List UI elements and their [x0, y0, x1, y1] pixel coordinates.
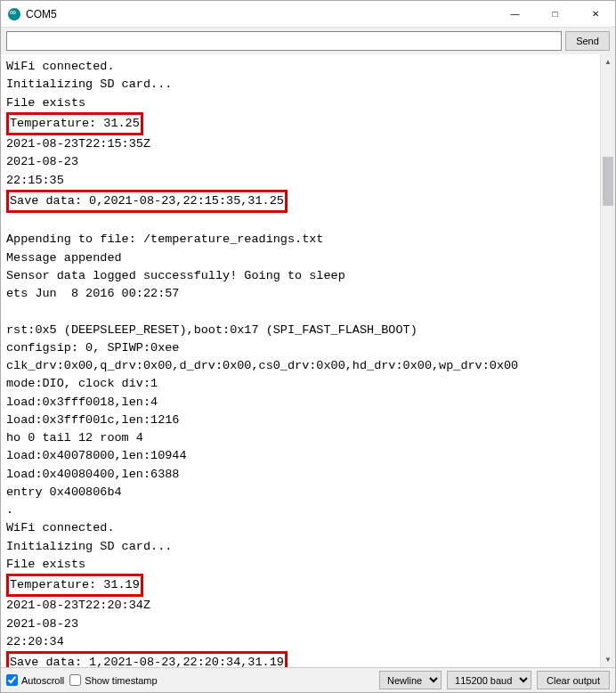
console-line: .	[6, 501, 610, 519]
console-line: 2021-08-23T22:20:34Z	[6, 597, 610, 615]
console-output: WiFi connected.Initializing SD card...Fi…	[1, 54, 615, 667]
highlighted-text: Save data: 0,2021-08-23,22:15:35,31.25	[6, 190, 288, 213]
footer-bar: Autoscroll Show timestamp Newline 115200…	[1, 667, 615, 692]
timestamp-checkbox[interactable]: Show timestamp	[69, 674, 157, 686]
console-area: WiFi connected.Initializing SD card...Fi…	[1, 54, 615, 667]
console-line: Temperature: 31.25	[6, 112, 610, 135]
console-line: load:0x40080400,len:6388	[6, 466, 610, 484]
line-ending-select[interactable]: Newline	[379, 671, 442, 689]
scroll-down-icon[interactable]: ▼	[601, 652, 615, 667]
console-line: entry 0x400806b4	[6, 484, 610, 501]
console-line: Sensor data logged successfully! Going t…	[6, 267, 610, 285]
baud-select[interactable]: 115200 baud	[447, 671, 531, 689]
command-input[interactable]	[6, 31, 562, 51]
scroll-up-icon[interactable]: ▲	[601, 54, 615, 69]
autoscroll-input[interactable]	[6, 674, 18, 686]
console-line: mode:DIO, clock div:1	[6, 375, 610, 393]
console-line: 2021-08-23	[6, 616, 610, 633]
console-line: Save data: 0,2021-08-23,22:15:35,31.25	[6, 190, 610, 213]
console-line: WiFi connected.	[6, 519, 610, 537]
console-line: File exists	[6, 556, 610, 574]
autoscroll-checkbox[interactable]: Autoscroll	[6, 674, 64, 686]
minimize-button[interactable]: —	[495, 1, 535, 27]
timestamp-input[interactable]	[69, 674, 81, 686]
window-controls: — □ ✕	[495, 1, 615, 27]
highlighted-text: Temperature: 31.19	[6, 574, 143, 597]
timestamp-label: Show timestamp	[85, 675, 157, 686]
console-line: ho 0 tail 12 room 4	[6, 429, 610, 447]
maximize-button[interactable]: □	[535, 1, 575, 27]
arduino-icon	[8, 8, 20, 20]
titlebar: COM5 — □ ✕	[1, 1, 615, 28]
window-title: COM5	[26, 8, 495, 20]
console-line: Message appended	[6, 249, 610, 267]
console-line: rst:0x5 (DEEPSLEEP_RESET),boot:0x17 (SPI…	[6, 322, 610, 339]
autoscroll-label: Autoscroll	[21, 675, 64, 686]
command-row: Send	[1, 28, 615, 54]
console-line: WiFi connected.	[6, 58, 610, 76]
console-line: 2021-08-23T22:15:35Z	[6, 135, 610, 153]
console-line: 22:15:35	[6, 172, 610, 190]
console-line: 2021-08-23	[6, 153, 610, 171]
scrollbar[interactable]: ▲ ▼	[600, 54, 615, 667]
clear-output-button[interactable]: Clear output	[537, 671, 610, 689]
console-line: 22:20:34	[6, 633, 610, 651]
console-line: Initializing SD card...	[6, 76, 610, 94]
console-line: load:0x3fff001c,len:1216	[6, 412, 610, 429]
console-line: load:0x3fff0018,len:4	[6, 394, 610, 412]
console-line: Initializing SD card...	[6, 538, 610, 556]
console-line	[6, 303, 610, 321]
highlighted-text: Temperature: 31.25	[6, 112, 143, 135]
close-button[interactable]: ✕	[575, 1, 615, 27]
console-line: ets Jun 8 2016 00:22:57	[6, 285, 610, 303]
send-button[interactable]: Send	[565, 31, 610, 51]
scroll-thumb[interactable]	[603, 157, 613, 206]
console-line	[6, 213, 610, 231]
console-line: load:0x40078000,len:10944	[6, 447, 610, 465]
console-line: Temperature: 31.19	[6, 574, 610, 597]
console-line: clk_drv:0x00,q_drv:0x00,d_drv:0x00,cs0_d…	[6, 357, 610, 375]
console-line: Save data: 1,2021-08-23,22:20:34,31.19	[6, 651, 610, 667]
highlighted-text: Save data: 1,2021-08-23,22:20:34,31.19	[6, 651, 288, 667]
console-line: File exists	[6, 94, 610, 112]
console-line: Appending to file: /temperature_readings…	[6, 231, 610, 249]
console-line: configsip: 0, SPIWP:0xee	[6, 339, 610, 357]
